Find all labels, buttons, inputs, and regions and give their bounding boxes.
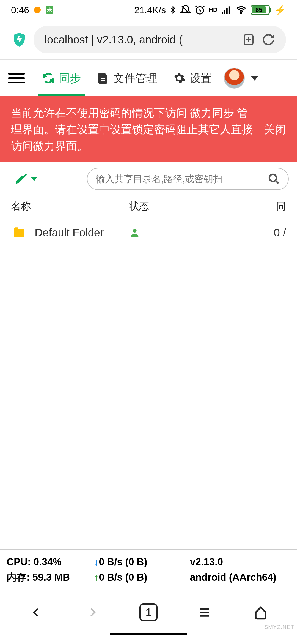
mem-label: 内存:: [7, 572, 30, 583]
version-text: v2.13.0: [190, 556, 223, 567]
banner-text: 当前允许在不使用密码的情况下访问 微力同步 管理界面。请在设置中设置锁定密码阻止…: [11, 105, 256, 154]
status-time: 0:46: [11, 5, 29, 15]
svg-point-9: [270, 174, 277, 182]
chevron-down-icon: [31, 177, 37, 181]
cpu-value: 0.34%: [34, 556, 62, 567]
battery-icon: 85: [251, 5, 271, 15]
tab-settings-label: 设置: [190, 71, 212, 86]
back-button[interactable]: [25, 601, 47, 623]
status-bar: 0:46 米 21.4K/s HD 85 ⚡: [0, 0, 297, 20]
dnd-icon: [180, 4, 191, 15]
footer-stats: CPU: 0.34% 内存: 59.3 MB ↓0 B/s (0 B) ↑0 B…: [0, 549, 297, 592]
row-name: Default Folder: [35, 227, 129, 239]
file-icon: [96, 72, 109, 85]
search-input[interactable]: [96, 174, 263, 184]
table-header: 名称 状态 同: [0, 195, 297, 217]
empty-content: [0, 248, 297, 549]
banner-close-button[interactable]: 关闭: [264, 121, 286, 138]
tab-settings[interactable]: 设置: [166, 60, 218, 96]
gesture-bar: [0, 633, 297, 644]
svg-rect-3: [226, 8, 228, 14]
shield-icon: [11, 30, 28, 49]
tools-icon: [14, 172, 28, 186]
warning-banner: 当前允许在不使用密码的情况下访问 微力同步 管理界面。请在设置中设置锁定密码阻止…: [0, 96, 297, 162]
tab-sync-label: 同步: [59, 71, 81, 86]
person-icon: [129, 227, 140, 238]
charging-icon: ⚡: [274, 4, 286, 15]
url-text: localhost | v2.13.0, android (: [45, 34, 235, 46]
chevron-down-icon[interactable]: [251, 76, 258, 81]
reload-icon[interactable]: [262, 33, 275, 46]
svg-rect-8: [101, 80, 105, 81]
download-speed: 0 B/s (0 B): [99, 556, 147, 567]
menu-icon[interactable]: [8, 70, 25, 86]
tab-files-label: 文件管理: [113, 71, 157, 86]
search-box[interactable]: [87, 168, 289, 190]
home-button[interactable]: [250, 601, 272, 623]
hd-icon: HD: [209, 6, 218, 13]
bluetooth-icon: [169, 4, 177, 15]
row-peer: 0 /: [258, 227, 286, 239]
wifi-icon: [235, 5, 247, 15]
menu-button[interactable]: [194, 601, 216, 623]
svg-rect-2: [224, 10, 226, 14]
tools-dropdown[interactable]: [8, 172, 43, 186]
alarm-icon: [194, 4, 205, 15]
top-tabs: 同步 文件管理 设置: [0, 60, 297, 96]
folder-icon: [11, 226, 28, 239]
mem-value: 59.3 MB: [32, 572, 70, 583]
browser-bottom-nav: 1: [0, 592, 297, 633]
url-pill[interactable]: localhost | v2.13.0, android (: [34, 26, 286, 53]
platform-text: android (AArch64): [190, 572, 276, 583]
row-status: [129, 227, 258, 238]
gear-icon: [173, 72, 186, 85]
search-icon[interactable]: [268, 173, 280, 185]
col-name: 名称: [11, 200, 129, 213]
col-status: 状态: [129, 200, 258, 213]
download-arrow-icon: ↓: [94, 556, 99, 567]
notification-dot-icon: [34, 7, 41, 13]
net-speed: 21.4K/s: [134, 5, 166, 15]
svg-rect-4: [229, 6, 230, 14]
bookmark-add-icon[interactable]: [242, 33, 255, 46]
svg-point-10: [133, 229, 136, 233]
svg-rect-1: [222, 12, 223, 14]
avatar[interactable]: [224, 68, 245, 89]
list-toolbar: [0, 162, 297, 195]
table-row[interactable]: Default Folder 0 /: [0, 217, 297, 248]
app-badge-icon: 米: [46, 6, 53, 14]
sync-icon: [42, 72, 55, 85]
watermark: SMYZ.NET: [264, 624, 294, 630]
tab-files[interactable]: 文件管理: [90, 60, 164, 96]
svg-point-5: [241, 12, 242, 14]
col-peer: 同: [258, 200, 286, 213]
tabs-button[interactable]: 1: [138, 601, 160, 623]
upload-speed: 0 B/s (0 B): [99, 572, 147, 583]
tab-count: 1: [139, 603, 158, 621]
forward-button[interactable]: [81, 601, 103, 623]
signal-icon: [221, 5, 232, 15]
tab-sync[interactable]: 同步: [35, 60, 87, 96]
upload-arrow-icon: ↑: [94, 572, 99, 583]
svg-rect-7: [101, 78, 105, 79]
browser-url-bar: localhost | v2.13.0, android (: [0, 20, 297, 59]
cpu-label: CPU:: [7, 556, 31, 567]
